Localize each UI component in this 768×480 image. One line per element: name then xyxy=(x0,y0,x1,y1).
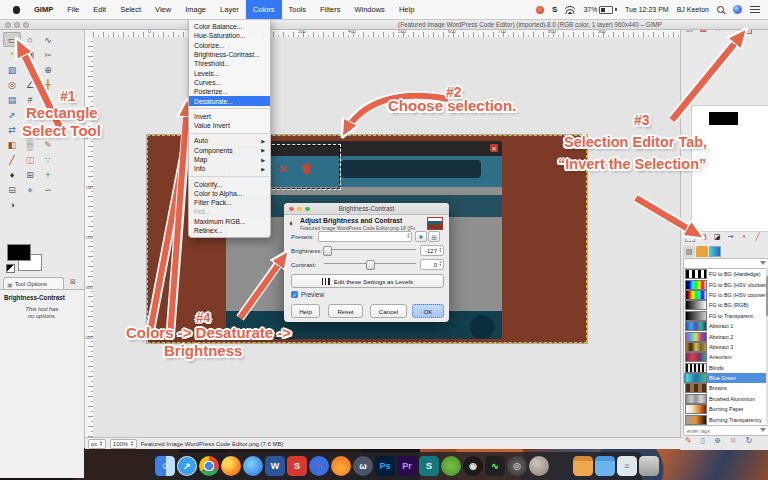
dock-music-app[interactable]: ∩ xyxy=(309,456,329,476)
tool-bucket-fill[interactable]: ◧ xyxy=(3,137,21,152)
stroke-selection-button[interactable]: ╱ xyxy=(753,232,763,242)
tool-free-select[interactable]: ∿ xyxy=(39,32,57,47)
dock-audio-app[interactable]: ∿ xyxy=(485,456,505,476)
add-preset-button[interactable]: ✚ xyxy=(415,231,427,242)
dock-green-app[interactable] xyxy=(441,456,461,476)
gradient-list-item[interactable]: FG to BG (HSV counter-clockwise) xyxy=(684,290,768,300)
menu-item-info[interactable]: Info ▶ xyxy=(189,164,270,173)
gradient-list-item[interactable]: FG to Transparent xyxy=(684,311,768,321)
dock-word[interactable]: W xyxy=(265,456,285,476)
menu-windows[interactable]: Windows xyxy=(347,0,391,19)
dock-campfire-app[interactable] xyxy=(331,456,351,476)
new-gradient-button[interactable]: ▯ xyxy=(701,436,705,445)
menu-item-color-balance[interactable]: Color Balance... xyxy=(189,22,270,31)
app-menu-gimp[interactable]: GIMP xyxy=(27,0,60,19)
close-dock-icon[interactable]: ⊠ xyxy=(70,278,76,286)
unit-select[interactable]: px ▲▼ xyxy=(88,439,106,449)
menu-help[interactable]: Help xyxy=(392,0,421,19)
preview-checkbox[interactable]: ✓ xyxy=(291,291,298,298)
tool-perspective-clone[interactable]: ⊟ xyxy=(3,182,21,197)
gradient-list-item[interactable]: Burning Paper xyxy=(684,404,768,414)
tool-move[interactable]: ╋ xyxy=(39,77,57,92)
menu-tools[interactable]: Tools xyxy=(282,0,314,19)
select-none-button[interactable]: ▩ xyxy=(699,232,709,242)
selection-to-path-button[interactable]: * xyxy=(739,232,749,242)
cancel-button[interactable]: Cancel xyxy=(370,304,407,318)
menu-item-maximum-rgb[interactable]: Maximum RGB... xyxy=(189,217,270,226)
brightness-value-field[interactable]: -127 ▲▼ xyxy=(420,245,444,256)
tool-heal[interactable]: + xyxy=(39,167,57,182)
dock-finder[interactable]: ☺ xyxy=(155,456,175,476)
menu-separator[interactable] xyxy=(190,133,269,134)
tool-fuzzy-select[interactable]: * xyxy=(3,47,21,62)
gradient-list-item[interactable]: Blue Green xyxy=(684,373,768,383)
status-s-icon[interactable]: S xyxy=(552,5,557,14)
foreground-color-swatch[interactable] xyxy=(7,244,31,261)
presets-combo[interactable]: ▲▼ xyxy=(318,231,412,242)
menu-item-desaturate[interactable]: Desaturate... xyxy=(189,96,270,105)
brightness-slider-handle[interactable] xyxy=(323,246,332,256)
tool-select-by-color[interactable]: ▣ xyxy=(21,47,39,62)
menubar-clock[interactable]: Tue 12:23 PM xyxy=(625,6,669,13)
menu-item-brightness-contrast[interactable]: Brightness-Contrast... xyxy=(189,50,270,59)
tags-input[interactable] xyxy=(685,426,759,436)
tool-foreground-select[interactable]: ▧ xyxy=(3,62,21,77)
menu-item-threshold[interactable]: Threshold... xyxy=(189,59,270,68)
dialog-titlebar[interactable]: Brightness-Contrast xyxy=(284,203,449,215)
dock-stream-app[interactable]: S xyxy=(287,456,307,476)
help-button[interactable]: Help xyxy=(291,304,320,318)
spotlight-search-icon[interactable] xyxy=(717,6,725,14)
dock-chrome[interactable] xyxy=(199,456,219,476)
tool-blur-sharpen[interactable]: ● xyxy=(21,182,39,197)
zoom-select[interactable]: 100% ▲▼ xyxy=(110,439,137,449)
tab-palettes[interactable] xyxy=(696,246,708,257)
edit-gradient-button[interactable]: ✎ xyxy=(685,436,692,445)
menu-item-filter-pack[interactable]: Filter Pack... xyxy=(189,198,270,207)
menu-item-levels[interactable]: Levels... xyxy=(189,68,270,77)
notification-center-icon[interactable] xyxy=(750,6,760,13)
tool-paths[interactable]: ∫ xyxy=(21,62,39,77)
refresh-gradients-button[interactable]: ↻ xyxy=(746,436,753,445)
menu-view[interactable]: View xyxy=(148,0,178,19)
dock-settings-app[interactable]: ◎ xyxy=(507,456,527,476)
gradient-list-item[interactable]: Aneurism xyxy=(684,352,768,362)
menu-item-value-invert[interactable]: Value Invert xyxy=(189,121,270,130)
contrast-slider[interactable] xyxy=(324,263,416,264)
menu-colors[interactable]: Colors xyxy=(246,0,282,19)
menu-separator[interactable] xyxy=(190,176,269,177)
menu-item-retinex[interactable]: Retinex... xyxy=(189,226,270,235)
tool-flip[interactable]: ⇄ xyxy=(3,122,21,137)
siri-icon[interactable] xyxy=(733,5,742,14)
dock-sublime[interactable]: S xyxy=(419,456,439,476)
reset-button[interactable]: Reset xyxy=(328,304,363,318)
menu-item-curves[interactable]: Curves... xyxy=(189,78,270,87)
tool-scale[interactable]: ⇗ xyxy=(3,107,21,122)
brightness-slider[interactable] xyxy=(324,249,416,250)
tab-gradients[interactable] xyxy=(709,246,721,257)
contrast-stepper[interactable]: ▲▼ xyxy=(439,261,442,267)
dock-separator[interactable] xyxy=(551,456,571,476)
dock-discord[interactable]: ω xyxy=(353,456,373,476)
dock-folder-documents[interactable] xyxy=(595,456,615,476)
menu-item-hot[interactable]: Hot... xyxy=(189,207,270,216)
menu-item-colorify[interactable]: Colorify... xyxy=(189,179,270,188)
dock-trash[interactable] xyxy=(639,456,659,476)
dock-premiere[interactable]: Pr xyxy=(397,456,417,476)
dock-obs[interactable]: ◉ xyxy=(463,456,483,476)
dock-folder-files[interactable]: ≡ xyxy=(617,456,637,476)
menu-item-colorize[interactable]: Colorize... xyxy=(189,41,270,50)
tool-rectangle-select[interactable]: ▭ xyxy=(3,32,21,47)
tool-ink[interactable]: ♦ xyxy=(3,167,21,182)
window-traffic-lights[interactable] xyxy=(5,22,29,28)
gradient-list-item[interactable]: Blinds xyxy=(684,363,768,373)
battery-indicator[interactable]: 37% xyxy=(583,6,617,14)
tool-align[interactable]: ▤ xyxy=(3,92,21,107)
swap-colors-icon[interactable] xyxy=(6,264,15,273)
menu-item-map[interactable]: Map ▶ xyxy=(189,155,270,164)
gradient-list-item[interactable]: Brushed Aluminium xyxy=(684,394,768,404)
gradient-list-item[interactable]: Abstract 1 xyxy=(684,321,768,331)
delete-gradient-button[interactable]: ✖ xyxy=(730,436,737,445)
gradient-list-item[interactable]: Abstract 2 xyxy=(684,331,768,341)
menu-item-components[interactable]: Components ▶ xyxy=(189,146,270,155)
menu-item-invert[interactable]: Invert xyxy=(189,112,270,121)
